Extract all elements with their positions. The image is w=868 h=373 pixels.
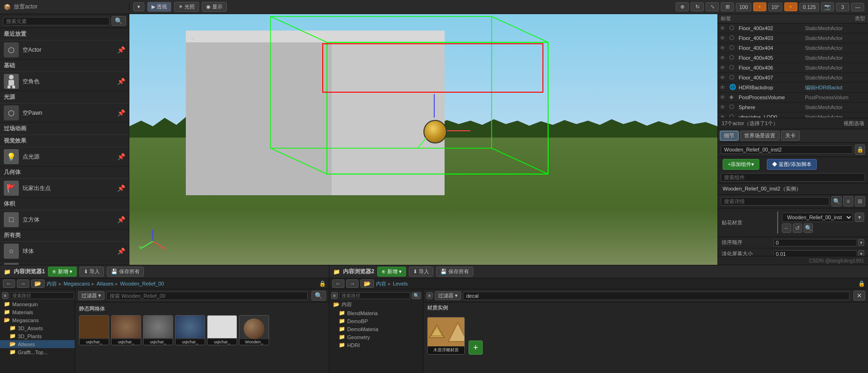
cb2-nav-back[interactable]: ← (332, 279, 344, 288)
actor-row-postprocess[interactable]: 👁 ◈ PostProcessVolume PostProcessVolum (718, 93, 868, 103)
cb2-sidebar-geometry[interactable]: 📁 Geometry (329, 333, 423, 341)
section-cinematic[interactable]: 过场动画 (0, 123, 129, 135)
actor-pin-cube[interactable]: 📌 (117, 216, 125, 223)
scale-snap-icon[interactable]: 🔸 (784, 2, 797, 11)
cb1-path-wooden[interactable]: Wooden_Relief_00 (120, 281, 164, 286)
cb2-lock-icon[interactable]: 🔒 (858, 280, 865, 287)
cb1-path-megascans[interactable]: Megascans (64, 281, 90, 286)
cb1-asset-5[interactable]: Wooden_ (239, 315, 269, 345)
cb1-nav-back[interactable]: ← (3, 279, 15, 288)
visibility-icon[interactable]: 👁 (720, 35, 727, 41)
tab-world-settings[interactable]: 世界场景设置 (740, 131, 780, 141)
rotate-btn[interactable]: ↻ (691, 2, 704, 11)
cb1-search-submit[interactable]: 🔍 (311, 291, 326, 301)
cb1-sidebar-materials[interactable]: 📁 Materials (0, 308, 75, 316)
cb2-sidebar-demobp[interactable]: 📁 DemoBP (329, 317, 423, 325)
actor-row-floor403[interactable]: 👁 ⬡ Floor_400x403 StaticMeshActor (718, 33, 868, 43)
cb2-sidebar-hdri[interactable]: 📁 HDRI (329, 341, 423, 349)
transform-btn[interactable]: ⊕ (676, 2, 689, 11)
prop-arrow-screen[interactable]: ▾ (858, 250, 864, 256)
visibility-icon[interactable]: 👁 (720, 45, 727, 51)
actor-item-pawn[interactable]: ⬡ 空Pawn 📌 (0, 103, 129, 123)
prop-arrow-sort[interactable]: ▾ (858, 239, 864, 246)
scale-btn[interactable]: ⤡ (706, 2, 719, 11)
cb1-sidebar-settings[interactable]: ≡ (2, 292, 8, 299)
cb2-sidebar-demomat[interactable]: 📁 DemoMateria (329, 325, 423, 333)
cb1-asset-3[interactable]: uqichar_ (175, 315, 205, 345)
cb1-sidebar-mannequin[interactable]: 📁 Mannequin (0, 300, 75, 308)
cb2-save-btn[interactable]: 💾 保存所有 (436, 267, 473, 277)
cb2-sidebar-toggle[interactable]: ≡ (426, 292, 433, 299)
filter-details-btn[interactable]: ≡ (843, 196, 853, 206)
cb2-sidebar-search[interactable] (339, 292, 410, 299)
actor-pin-pawn[interactable]: 📌 (117, 109, 125, 117)
cb1-filter-btn[interactable]: 过滤器 ▾ (78, 291, 104, 300)
cb2-sidebar-blendmat[interactable]: 📁 BlendMateria (329, 309, 423, 317)
actor-row-floor404[interactable]: 👁 ⬡ Floor_400x404 StaticMeshActor (718, 43, 868, 53)
cb2-nav-forward[interactable]: → (346, 279, 358, 288)
lock-component-btn[interactable]: 🔒 (855, 144, 865, 155)
search-details-btn[interactable]: 🔍 (831, 196, 842, 206)
cb2-search-input[interactable] (463, 292, 850, 300)
cb2-sidebar-settings[interactable]: ≡ (331, 292, 338, 299)
actor-row-sphere[interactable]: 👁 ⬡ Sphere StaticMeshActor (718, 103, 868, 112)
visibility-icon[interactable]: 👁 (720, 64, 727, 71)
show-btn[interactable]: ◉ 显示 (202, 2, 227, 12)
cb2-new-btn[interactable]: ⊕ 新增 ▾ (377, 267, 406, 277)
cb2-sidebar-content[interactable]: 📂 内容 (329, 300, 423, 309)
actor-row-hdri[interactable]: 👁 🌐 HDRIBackdrop 编辑HDRIBackd (718, 83, 868, 93)
cb2-path-levels[interactable]: Levels (393, 281, 408, 286)
decal-mat-browse-btn[interactable]: ← (782, 223, 791, 233)
actor-item-character[interactable]: 空角色 📌 (0, 72, 129, 91)
grid-size-btn[interactable]: 100 (736, 3, 751, 11)
cb1-sidebar-3dassets[interactable]: 📁 3D_Assets (0, 324, 75, 332)
actor-row-floor406[interactable]: 👁 ⬡ Floor_400x406 StaticMeshActor (718, 63, 868, 73)
visibility-icon[interactable]: 👁 (720, 74, 727, 81)
cb1-save-btn[interactable]: 💾 保存所有 (107, 267, 144, 277)
snap-btn[interactable]: 🔸 (753, 2, 766, 11)
cb1-new-btn[interactable]: ⊕ 新增 ▾ (48, 267, 77, 277)
cb1-asset-1[interactable]: uqichar_ (111, 315, 141, 345)
viewport-dropdown-btn[interactable]: ▾ (133, 2, 144, 11)
component-tree-item[interactable]: Wooden_Relief_00_inst2（实例） (721, 184, 865, 193)
cb1-import-btn[interactable]: ⬇ 导入 (80, 267, 104, 277)
prop-input-sort[interactable] (773, 239, 857, 246)
section-all[interactable]: 所有类 (0, 230, 129, 242)
tab-level[interactable]: 关卡 (781, 131, 800, 141)
decal-material-selector[interactable]: Wooden_Relief_00_inst (782, 213, 853, 222)
visibility-icon[interactable]: 👁 (720, 94, 727, 101)
minimize-btn[interactable]: — (851, 3, 864, 11)
actor-item-spawn[interactable]: 🚩 玩家出生点 📌 (0, 179, 129, 198)
expand-details-btn[interactable]: ⊞ (855, 196, 865, 206)
visibility-icon[interactable]: 👁 (720, 25, 727, 32)
cb2-filter-btn[interactable]: 过滤器 ▾ (435, 291, 461, 300)
cb1-sidebar-megascans[interactable]: 📂 Megascans (0, 316, 75, 324)
grid-btn[interactable]: ⊞ (721, 2, 734, 11)
decal-mat-find-btn[interactable]: 🔍 (804, 223, 813, 233)
scale-value-btn[interactable]: 0.125 (799, 3, 819, 11)
cb1-nav-forward[interactable]: → (17, 279, 29, 288)
cb1-path-atlases[interactable]: Atlases (96, 281, 113, 286)
actor-row-lod0[interactable]: 👁 ⬡ ufnscjdga_LOD0 StaticMeshActor (718, 112, 868, 118)
cb1-asset-2[interactable]: uqichar_ (143, 315, 173, 345)
cb2-add-asset-btn[interactable]: + (469, 341, 483, 355)
cb2-import-btn[interactable]: ⬇ 导入 (409, 267, 433, 277)
search-details-input[interactable] (721, 197, 829, 206)
cb2-path-content[interactable]: 内容 (376, 280, 386, 287)
section-visual[interactable]: 视觉效果 (0, 135, 129, 147)
section-lights[interactable]: 光源 (0, 91, 129, 103)
actor-item-cylinder[interactable]: ⬤ 圆柱体 📌 (0, 261, 129, 265)
tab-details[interactable]: 细节 (720, 131, 739, 141)
actor-pin-empty[interactable]: 📌 (117, 46, 125, 54)
cb1-asset-0[interactable]: uqichar_ (79, 315, 109, 345)
cb1-path-content[interactable]: 内容 (47, 280, 57, 287)
decal-mat-dropdown-btn[interactable]: ▾ (855, 213, 864, 222)
section-recently-placed[interactable]: 最近放置 (0, 28, 129, 40)
max-screens-btn[interactable]: 3 (836, 3, 849, 11)
search-submit-btn[interactable]: 🔍 (111, 16, 126, 26)
visibility-icon[interactable]: 👁 (720, 55, 727, 61)
actor-pin-sphere[interactable]: 📌 (117, 247, 125, 255)
visibility-icon[interactable]: 👁 (720, 84, 727, 91)
actor-item-empty[interactable]: ⬡ 空Actor 📌 (0, 40, 129, 60)
cb2-asset-0[interactable]: 木质浮雕材质 (427, 317, 465, 355)
